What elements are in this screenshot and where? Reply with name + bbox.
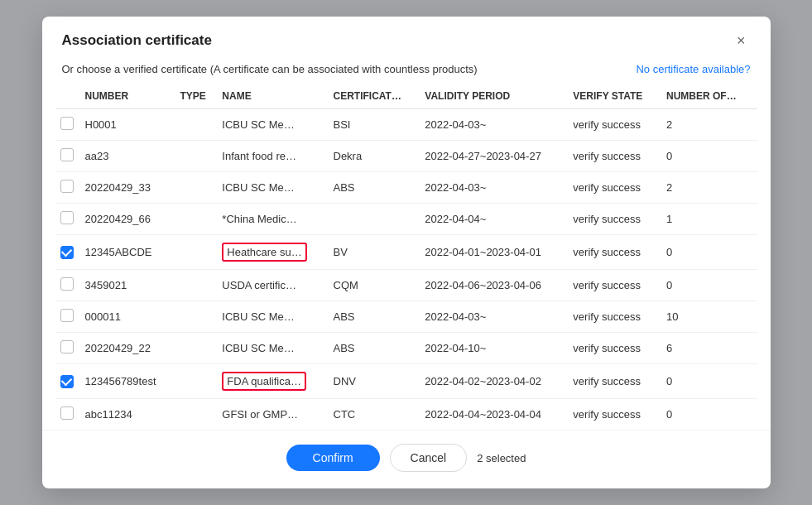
table-container: NUMBER TYPE NAME CERTIFICAT… VALIDITY PE… [42, 84, 771, 430]
cell-validity: 2022-04-06~2023-04-06 [421, 270, 569, 301]
cell-name: *China Medic… [219, 204, 329, 235]
cell-type [177, 235, 219, 270]
cell-certificat: CTC [330, 399, 422, 430]
modal-title: Association certificate [62, 32, 212, 49]
row-checkbox[interactable] [60, 180, 74, 193]
cell-name: USDA certific… [219, 270, 329, 301]
cell-number: abc11234 [82, 399, 177, 430]
row-checkbox[interactable] [60, 375, 74, 388]
col-number: NUMBER [82, 84, 177, 109]
cell-number: 000011 [82, 301, 177, 333]
cell-name: ICBU SC Me… [219, 301, 329, 333]
cancel-button[interactable]: Cancel [390, 444, 468, 472]
table-row: aa23Infant food re…Dekra2022-04-27~2023-… [55, 141, 757, 172]
checkbox-cell[interactable] [55, 399, 82, 430]
row-checkbox[interactable] [60, 148, 74, 161]
cell-name: Infant food re… [219, 141, 329, 172]
cell-validity: 2022-04-27~2023-04-27 [421, 141, 569, 172]
checkbox-cell[interactable] [55, 270, 82, 301]
checkbox-cell[interactable] [55, 364, 82, 399]
checkbox-cell[interactable] [55, 109, 82, 141]
modal-subtitle: Or choose a verified certificate (A cert… [62, 63, 478, 75]
table-row: 000011ICBU SC Me…ABS2022-04-03~verify su… [55, 301, 757, 333]
cell-number-of: 0 [663, 270, 757, 301]
row-checkbox[interactable] [60, 211, 74, 224]
cell-validity: 2022-04-04~ [421, 204, 569, 235]
cell-number-of: 6 [663, 333, 757, 364]
cell-validity: 2022-04-04~2023-04-04 [421, 399, 569, 430]
cell-type [177, 399, 219, 430]
cell-certificat [330, 204, 422, 235]
cell-type [177, 204, 219, 235]
row-checkbox[interactable] [60, 246, 74, 259]
cell-certificat: BSI [330, 109, 422, 141]
cell-certificat: ABS [330, 301, 422, 333]
checkbox-cell[interactable] [55, 204, 82, 235]
cell-type [177, 301, 219, 333]
cell-verify: verify success [569, 364, 663, 399]
cell-verify: verify success [569, 172, 663, 204]
checkbox-cell[interactable] [55, 235, 82, 270]
close-button[interactable]: × [732, 31, 751, 50]
cell-name: GFSI or GMP… [219, 399, 329, 430]
row-checkbox[interactable] [60, 406, 74, 420]
col-name: NAME [219, 84, 329, 109]
table-row: abc11234GFSI or GMP…CTC2022-04-04~2023-0… [55, 399, 757, 430]
certificates-table: NUMBER TYPE NAME CERTIFICAT… VALIDITY PE… [55, 84, 757, 430]
cell-number-of: 0 [663, 235, 757, 270]
table-row: 20220429_66*China Medic…2022-04-04~verif… [55, 204, 757, 235]
cell-number: aa23 [82, 141, 177, 172]
col-verify: VERIFY STATE [569, 84, 663, 109]
cell-number-of: 0 [663, 141, 757, 172]
cell-verify: verify success [569, 399, 663, 430]
cell-certificat: Dekra [330, 141, 422, 172]
cell-name: ICBU SC Me… [219, 172, 329, 204]
cell-number: 12345ABCDE [82, 235, 177, 270]
cell-type [177, 270, 219, 301]
table-row: 123456789testFDA qualifica…DNV2022-04-02… [55, 364, 757, 399]
cell-type [177, 109, 219, 141]
checkbox-cell[interactable] [55, 301, 82, 333]
confirm-button[interactable]: Confirm [286, 445, 380, 471]
cell-number: 3459021 [82, 270, 177, 301]
col-number-of: NUMBER OF… [663, 84, 757, 109]
col-type: TYPE [177, 84, 219, 109]
cell-verify: verify success [569, 141, 663, 172]
cell-validity: 2022-04-03~ [421, 109, 569, 141]
table-row: H0001ICBU SC Me…BSI2022-04-03~verify suc… [55, 109, 757, 141]
table-header-row: NUMBER TYPE NAME CERTIFICAT… VALIDITY PE… [55, 84, 757, 109]
checkbox-cell[interactable] [55, 172, 82, 204]
col-certificat: CERTIFICAT… [330, 84, 422, 109]
cell-verify: verify success [569, 235, 663, 270]
cell-type [177, 364, 219, 399]
modal-dialog: Association certificate × Or choose a ve… [42, 17, 771, 488]
cell-name: Heathcare su… [219, 235, 329, 270]
col-checkbox [55, 84, 82, 109]
row-checkbox[interactable] [60, 340, 74, 354]
cell-number: 20220429_33 [82, 172, 177, 204]
modal-footer: Confirm Cancel 2 selected [42, 430, 771, 488]
no-certificate-link[interactable]: No certificate available? [636, 63, 750, 75]
row-checkbox[interactable] [60, 309, 74, 322]
col-validity: VALIDITY PERIOD [421, 84, 569, 109]
cell-number: H0001 [82, 109, 177, 141]
modal-header: Association certificate × [42, 17, 771, 60]
cell-validity: 2022-04-03~ [421, 172, 569, 204]
table-row: 20220429_22ICBU SC Me…ABS2022-04-10~veri… [55, 333, 757, 364]
cell-certificat: BV [330, 235, 422, 270]
row-checkbox[interactable] [60, 277, 74, 291]
table-row: 12345ABCDEHeathcare su…BV2022-04-01~2023… [55, 235, 757, 270]
cell-number: 123456789test [82, 364, 177, 399]
cell-name: FDA qualifica… [219, 364, 329, 399]
cell-number-of: 10 [663, 301, 757, 333]
cell-number-of: 2 [663, 109, 757, 141]
cell-name: ICBU SC Me… [219, 109, 329, 141]
row-checkbox[interactable] [60, 117, 74, 130]
cell-certificat: CQM [330, 270, 422, 301]
cell-verify: verify success [569, 270, 663, 301]
checkbox-cell[interactable] [55, 141, 82, 172]
cell-number: 20220429_66 [82, 204, 177, 235]
cell-type [177, 172, 219, 204]
checkbox-cell[interactable] [55, 333, 82, 364]
cell-number-of: 2 [663, 172, 757, 204]
